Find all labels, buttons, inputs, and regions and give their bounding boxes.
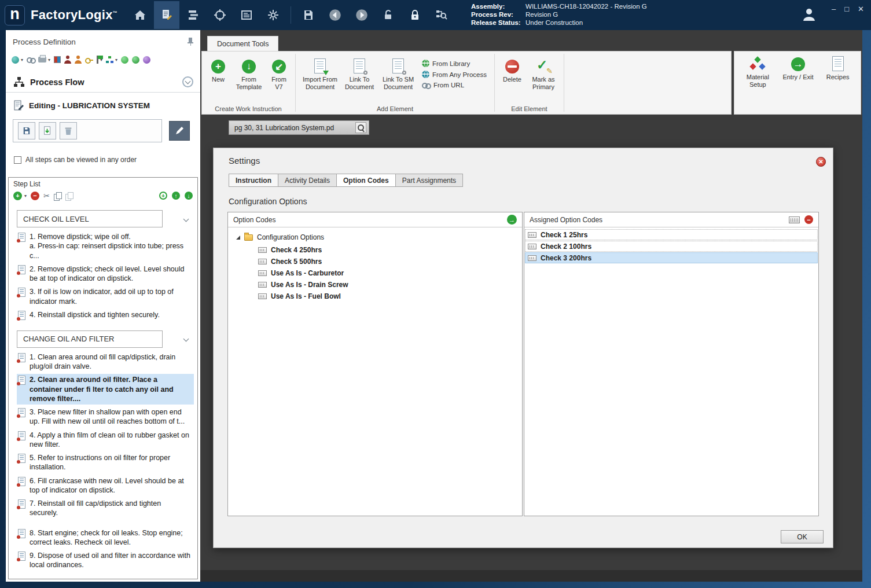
tree-item[interactable]: Check 5 500hrs <box>228 256 522 267</box>
step-item[interactable]: 8. Start engine; check for oil leaks. St… <box>17 527 194 549</box>
edit-instruction-button[interactable] <box>169 121 190 141</box>
tree-root-configuration-options[interactable]: Configuration Options <box>228 232 522 244</box>
close-button[interactable]: ✕ <box>858 5 864 13</box>
audit-search-button[interactable] <box>429 1 454 29</box>
import-document-button[interactable] <box>39 122 56 139</box>
assigned-item[interactable]: Check 1 25hrs <box>525 229 818 240</box>
from-url-link[interactable]: From URL <box>422 82 487 89</box>
link-to-document-button[interactable]: Link To Document <box>342 54 377 91</box>
back-button[interactable] <box>322 1 348 29</box>
expander-icon[interactable] <box>236 236 240 240</box>
paste-icon[interactable] <box>65 192 73 200</box>
lock-button[interactable] <box>402 1 428 29</box>
step-item[interactable]: 9. Dispose of used oil and filter in acc… <box>17 550 194 571</box>
group-title[interactable]: CHECK OIL LEVEL <box>17 210 163 227</box>
chevron-down-icon[interactable] <box>183 336 189 342</box>
step-item-selected[interactable]: 2. Clean area around oil filter. Place a… <box>17 374 194 405</box>
documents-button[interactable] <box>234 1 259 29</box>
caret-icon[interactable]: ▾ <box>48 57 50 63</box>
mark-as-primary-button[interactable]: ✓✎ Mark as Primary <box>527 54 560 91</box>
minimize-button[interactable]: – <box>832 5 836 13</box>
sphere-purple-icon[interactable] <box>143 56 150 64</box>
document-tools-tab[interactable]: Document Tools <box>207 36 278 51</box>
zoom-document-button[interactable] <box>355 122 366 133</box>
process-stack-button[interactable] <box>181 1 206 29</box>
save-button[interactable] <box>296 1 321 29</box>
caret-icon[interactable]: ▾ <box>115 57 117 63</box>
from-v7-button[interactable]: ↙ From V7 <box>267 54 291 91</box>
copy-icon[interactable] <box>54 192 61 200</box>
flag-icon[interactable] <box>97 56 98 64</box>
assigned-item[interactable]: Check 2 100hrs <box>525 241 818 252</box>
link-to-sm-document-button[interactable]: Link To SM Document <box>378 54 418 91</box>
move-step-down-button[interactable]: ↓ <box>185 192 193 200</box>
tree-item[interactable]: Use As Is - Fuel Bowl <box>228 291 522 302</box>
recipes-button[interactable]: Recipes <box>823 52 853 114</box>
step-item[interactable]: 4. Reinstall dipstick and tighten secure… <box>17 309 194 321</box>
maximize-button[interactable]: □ <box>844 5 849 13</box>
step-group-header[interactable]: CHECK OIL LEVEL <box>17 210 192 227</box>
caret-icon[interactable]: ▾ <box>24 193 27 199</box>
delete-element-button[interactable]: Delete <box>499 54 525 84</box>
collapse-button[interactable] <box>182 76 193 87</box>
dialog-close-button[interactable]: ✕ <box>816 157 826 167</box>
import-from-document-button[interactable]: Import From Document <box>300 54 340 91</box>
from-any-process-link[interactable]: From Any Process <box>422 71 487 78</box>
home-button[interactable] <box>127 1 153 29</box>
tree-item[interactable]: Use As Is - Carburetor <box>228 267 522 279</box>
user-orange-icon[interactable] <box>75 56 82 64</box>
tree-item[interactable]: Check 4 250hrs <box>228 244 522 256</box>
sphere-green2-icon[interactable] <box>132 56 139 64</box>
assigned-item-selected[interactable]: Check 3 200hrs <box>525 252 818 263</box>
unlock-button[interactable] <box>376 1 401 29</box>
work-instructions-button[interactable] <box>154 1 179 29</box>
settings-button[interactable] <box>260 1 286 29</box>
document-page-tab[interactable]: pg 30, 31 Lubrication System.pd <box>229 120 369 135</box>
from-template-button[interactable]: ↓ From Template <box>233 54 265 91</box>
step-item[interactable]: 5. Refer to instructions on oil filter f… <box>17 452 194 473</box>
remove-assigned-button[interactable]: − <box>804 215 813 224</box>
chevron-down-icon[interactable] <box>183 216 189 222</box>
caret-icon[interactable]: ▾ <box>21 57 23 63</box>
delete-document-button[interactable] <box>60 122 77 139</box>
ok-button[interactable]: OK <box>781 530 824 543</box>
process-flow-row[interactable]: Process Flow <box>6 72 200 93</box>
remove-step-button[interactable]: − <box>31 192 39 200</box>
step-item[interactable]: 6. Fill crankcase with new oil. Level sh… <box>17 475 194 497</box>
tab-instruction[interactable]: Instruction <box>229 174 278 187</box>
save-document-button[interactable] <box>18 122 35 139</box>
step-item[interactable]: 1. Remove dipstick; wipe oil off. a. Pre… <box>17 231 194 262</box>
tab-part-assignments[interactable]: Part Assignments <box>395 174 463 187</box>
step-group-header[interactable]: CHANGE OIL AND FILTER <box>17 330 192 348</box>
user-red-icon[interactable] <box>64 56 71 64</box>
printer-icon[interactable] <box>38 57 46 63</box>
cut-icon[interactable]: ✂ <box>43 192 50 200</box>
new-button[interactable]: + New <box>205 54 231 84</box>
group-title[interactable]: CHANGE OIL AND FILTER <box>17 330 163 348</box>
target-button[interactable] <box>207 1 233 29</box>
sphere-icon[interactable] <box>12 56 19 64</box>
entry-exit-button[interactable]: → Entry / Exit <box>780 52 817 114</box>
zoom-step-button[interactable]: + <box>159 192 167 200</box>
material-setup-button[interactable]: Material Setup <box>742 52 773 114</box>
link-icon[interactable] <box>27 57 35 63</box>
from-library-link[interactable]: From Library <box>422 60 487 67</box>
sphere-green-icon[interactable] <box>121 56 128 64</box>
tab-option-codes[interactable]: Option Codes <box>336 174 395 187</box>
assign-option-button[interactable]: → <box>507 215 517 225</box>
step-item[interactable]: 7. Reinstall oil fill cap/dipstick and t… <box>17 498 194 519</box>
step-item[interactable]: 1. Clean area around oil fill cap/dipsti… <box>17 351 194 373</box>
step-item[interactable]: 3. If oil is low on indicator, add oil u… <box>17 286 194 307</box>
add-step-button[interactable]: + <box>13 192 22 200</box>
layout-icon[interactable] <box>54 56 61 63</box>
move-step-up-button[interactable]: ↑ <box>172 192 180 200</box>
key-icon[interactable] <box>85 58 93 62</box>
step-item[interactable]: 2. Remove dipstick; check oil level. Lev… <box>17 263 194 285</box>
tree-item[interactable]: Use As Is - Drain Screw <box>228 279 522 291</box>
tab-activity-details[interactable]: Activity Details <box>278 174 336 187</box>
any-order-checkbox[interactable] <box>14 156 21 164</box>
step-item[interactable]: 4. Apply a thin film of clean oil to rub… <box>17 429 194 451</box>
form-icon[interactable] <box>789 216 800 223</box>
user-account-button[interactable] <box>800 6 818 25</box>
tree-icon[interactable] <box>106 56 113 64</box>
